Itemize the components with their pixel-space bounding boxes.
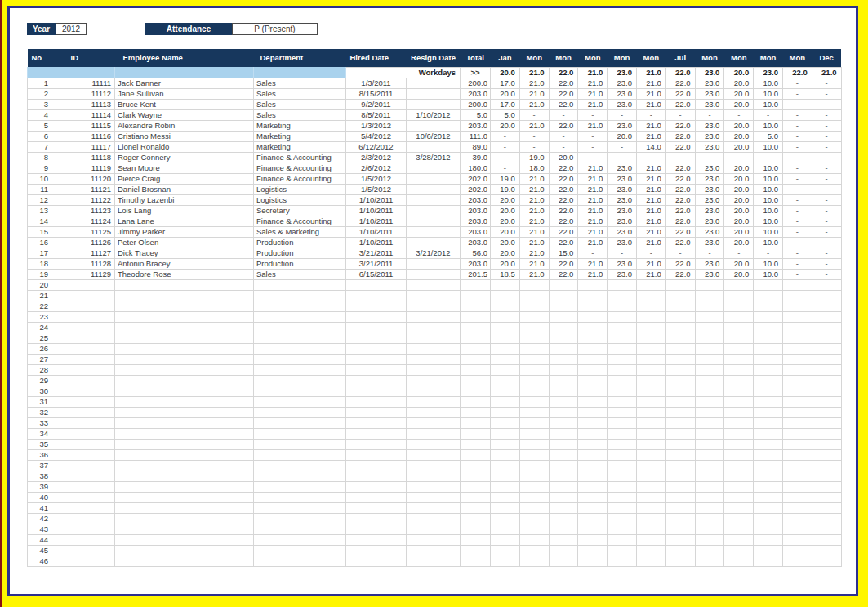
empty-cell[interactable]: [56, 311, 115, 322]
month-value-5[interactable]: 23.0: [608, 88, 637, 99]
month-value-1[interactable]: 18.5: [491, 269, 520, 279]
month-value-4[interactable]: -: [578, 141, 608, 152]
empty-cell[interactable]: [665, 492, 695, 502]
month-value-5[interactable]: 23.0: [608, 99, 637, 109]
empty-cell[interactable]: [636, 460, 665, 471]
empty-cell[interactable]: [254, 428, 346, 439]
empty-cell[interactable]: [578, 354, 608, 364]
empty-cell[interactable]: [254, 439, 346, 449]
empty-cell[interactable]: [407, 471, 461, 481]
empty-cell[interactable]: [665, 354, 695, 364]
empty-cell[interactable]: [549, 502, 578, 513]
row-number[interactable]: 13: [28, 205, 56, 216]
row-number[interactable]: 18: [28, 258, 56, 269]
empty-cell[interactable]: [636, 556, 665, 566]
empty-cell[interactable]: [754, 524, 783, 534]
month-value-1[interactable]: 20.0: [491, 258, 520, 269]
empty-cell[interactable]: [115, 279, 254, 290]
empty-cell[interactable]: [115, 364, 254, 375]
month-value-11[interactable]: -: [782, 163, 812, 173]
empty-cell[interactable]: [549, 524, 578, 534]
empty-cell[interactable]: [549, 301, 578, 311]
empty-cell[interactable]: [695, 502, 724, 513]
empty-cell[interactable]: [491, 417, 520, 428]
month-value-6[interactable]: 21.0: [636, 237, 665, 248]
empty-cell[interactable]: [782, 481, 812, 492]
month-value-12[interactable]: -: [812, 78, 841, 88]
month-value-9[interactable]: 20.0: [724, 205, 754, 216]
month-value-5[interactable]: 23.0: [608, 216, 637, 226]
empty-cell[interactable]: [346, 481, 407, 492]
empty-cell[interactable]: [665, 534, 695, 545]
row-number[interactable]: 19: [28, 269, 56, 279]
month-value-5[interactable]: 23.0: [608, 258, 637, 269]
month-value-3[interactable]: -: [549, 141, 578, 152]
empty-cell[interactable]: [812, 481, 841, 492]
empty-cell[interactable]: [254, 322, 346, 333]
month-value-9[interactable]: 20.0: [724, 163, 754, 173]
empty-cell[interactable]: [346, 556, 407, 566]
empty-cell[interactable]: [115, 513, 254, 524]
col-header-mon-12[interactable]: Mon: [636, 49, 665, 67]
month-value-12[interactable]: -: [812, 131, 841, 141]
empty-cell[interactable]: [724, 290, 754, 301]
employee-id[interactable]: 11129: [56, 269, 115, 279]
empty-cell[interactable]: [346, 471, 407, 481]
employee-department[interactable]: Marketing: [254, 141, 346, 152]
month-value-10[interactable]: -: [754, 248, 783, 258]
month-value-2[interactable]: 21.0: [519, 120, 549, 131]
row-number[interactable]: 8: [28, 152, 56, 163]
empty-cell[interactable]: [754, 322, 783, 333]
empty-cell[interactable]: [754, 534, 783, 545]
employee-name[interactable]: Clark Wayne: [115, 109, 254, 120]
month-value-7[interactable]: 22.0: [665, 99, 695, 109]
month-value-11[interactable]: -: [782, 120, 812, 131]
month-value-1[interactable]: -: [491, 152, 520, 163]
empty-cell[interactable]: [115, 343, 254, 354]
month-value-5[interactable]: 20.0: [608, 131, 637, 141]
month-value-8[interactable]: 23.0: [695, 120, 724, 131]
employee-id[interactable]: 11114: [56, 109, 115, 120]
empty-cell[interactable]: [665, 396, 695, 407]
empty-cell[interactable]: [636, 545, 665, 556]
empty-cell[interactable]: [665, 322, 695, 333]
empty-cell[interactable]: [407, 545, 461, 556]
empty-cell[interactable]: [812, 428, 841, 439]
row-number[interactable]: 7: [28, 141, 56, 152]
total-days[interactable]: 5.0: [461, 109, 491, 120]
empty-cell[interactable]: [346, 439, 407, 449]
empty-cell[interactable]: [407, 439, 461, 449]
empty-cell[interactable]: [754, 556, 783, 566]
month-value-11[interactable]: -: [782, 194, 812, 205]
month-value-3[interactable]: 20.0: [549, 152, 578, 163]
empty-cell[interactable]: [695, 407, 724, 417]
row-number[interactable]: 26: [28, 343, 56, 354]
row-number[interactable]: 34: [28, 428, 56, 439]
month-value-6[interactable]: 21.0: [636, 269, 665, 279]
month-value-12[interactable]: -: [812, 184, 841, 194]
empty-cell[interactable]: [491, 524, 520, 534]
month-value-4[interactable]: 21.0: [578, 120, 608, 131]
empty-cell[interactable]: [665, 290, 695, 301]
month-value-11[interactable]: -: [782, 88, 812, 99]
month-value-10[interactable]: 5.0: [754, 131, 783, 141]
month-value-7[interactable]: -: [665, 152, 695, 163]
month-value-4[interactable]: 21.0: [578, 269, 608, 279]
empty-cell[interactable]: [519, 386, 549, 396]
empty-cell[interactable]: [56, 460, 115, 471]
empty-cell[interactable]: [724, 502, 754, 513]
month-value-2[interactable]: 21.0: [519, 237, 549, 248]
resign-date[interactable]: [407, 99, 461, 109]
empty-cell[interactable]: [346, 279, 407, 290]
col-header-total-6[interactable]: Total: [461, 49, 491, 67]
empty-cell[interactable]: [491, 333, 520, 343]
empty-cell[interactable]: [578, 534, 608, 545]
row-number[interactable]: 17: [28, 248, 56, 258]
empty-cell[interactable]: [665, 449, 695, 460]
empty-cell[interactable]: [636, 386, 665, 396]
empty-cell[interactable]: [549, 386, 578, 396]
hired-date[interactable]: 2/6/2012: [346, 163, 407, 173]
employee-id[interactable]: 11117: [56, 141, 115, 152]
month-value-1[interactable]: 20.0: [491, 248, 520, 258]
month-value-6[interactable]: 21.0: [636, 184, 665, 194]
